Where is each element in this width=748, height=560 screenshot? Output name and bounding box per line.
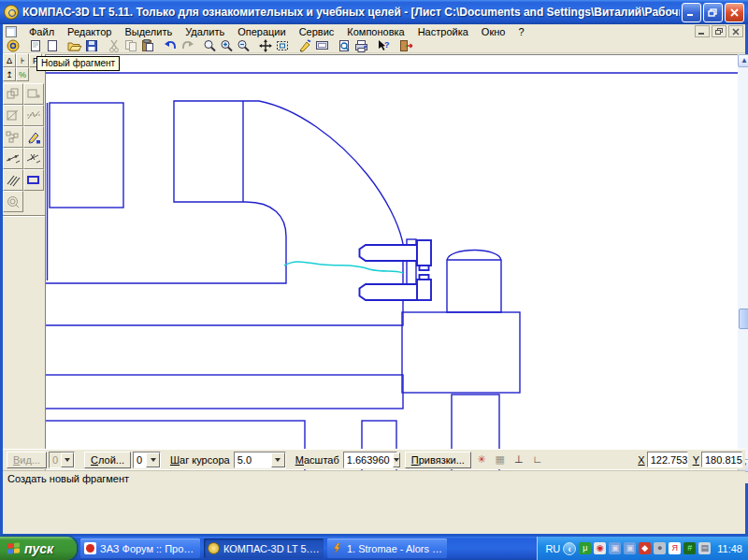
- tool-text-button[interactable]: [23, 126, 44, 148]
- network-tray-icon[interactable]: ▣: [609, 542, 621, 554]
- grid-toggle-button[interactable]: ▦: [492, 452, 509, 468]
- tool-line-cross-button[interactable]: [23, 148, 44, 169]
- part-left-block: [50, 103, 123, 208]
- print-icon: [354, 39, 368, 52]
- cursor-step-select[interactable]: 5.0: [234, 452, 286, 468]
- mdi-minimize-button[interactable]: [695, 25, 710, 37]
- help-pointer-button[interactable]: ?: [375, 38, 392, 52]
- menu-layout[interactable]: Компоновка: [340, 25, 410, 38]
- show-all-button[interactable]: [313, 38, 330, 52]
- torrent-tray-icon[interactable]: μ: [579, 542, 591, 554]
- copy-button[interactable]: [122, 38, 139, 52]
- zoom-button[interactable]: [201, 38, 218, 52]
- kompas-logo-button[interactable]: [5, 38, 22, 52]
- message-line: Создать новый фрагмент: [3, 470, 745, 485]
- menu-service[interactable]: Сервис: [293, 25, 341, 38]
- rect-plus-icon: [26, 87, 41, 101]
- punto-tray-icon[interactable]: Я: [669, 542, 681, 554]
- panel-switch-geometry-button[interactable]: Δ: [3, 53, 16, 67]
- tool-circle-button[interactable]: [3, 105, 23, 126]
- vertical-scrollbar[interactable]: ▲ ▼: [738, 54, 748, 472]
- tool-continuous-input-button[interactable]: [23, 169, 44, 191]
- language-indicator[interactable]: RU: [545, 543, 560, 554]
- tool-segment-button[interactable]: [23, 83, 44, 105]
- cut-button[interactable]: [106, 38, 122, 52]
- pan-button[interactable]: [257, 38, 274, 52]
- task-player-button[interactable]: 1. Stromae - Alors On...: [327, 538, 447, 558]
- scale-select[interactable]: 1.663960: [343, 452, 397, 468]
- zoom-area-button[interactable]: [274, 38, 291, 52]
- tool-spiral-button[interactable]: [3, 191, 23, 212]
- menu-help[interactable]: ?: [511, 25, 530, 38]
- local-cs-button[interactable]: ⊥: [511, 452, 527, 468]
- scroll-up-button[interactable]: ▲: [738, 54, 748, 67]
- square-diagonal-icon: [6, 108, 21, 122]
- ortho-button[interactable]: ∟: [529, 452, 546, 468]
- zoom-in-button[interactable]: [218, 38, 235, 52]
- close-button[interactable]: [725, 3, 744, 22]
- status-bar: Вид... 0 Слой... 0 Шаг курсора 5.0 Масшт…: [3, 449, 745, 469]
- open-button[interactable]: [66, 38, 83, 52]
- mdi-restore-button[interactable]: [712, 25, 726, 37]
- x-coordinate-field[interactable]: 122.753: [647, 452, 688, 467]
- tool-hatch-button[interactable]: [3, 169, 23, 191]
- menu-select[interactable]: Выделить: [118, 25, 179, 38]
- app-tray-icon[interactable]: ◉: [594, 542, 606, 554]
- menu-file[interactable]: Файл: [22, 25, 61, 38]
- paste-button[interactable]: [139, 38, 156, 52]
- menu-delete[interactable]: Удалить: [179, 25, 231, 38]
- menu-editor[interactable]: Редактор: [61, 25, 118, 38]
- exit-button[interactable]: [397, 38, 414, 52]
- lower-bolt-head: [417, 280, 431, 300]
- panel-switch-selection-button[interactable]: %: [16, 67, 29, 81]
- preview-button[interactable]: [336, 38, 352, 52]
- window-title: КОМПАС-3D LT 5.11. Только для ознакомите…: [22, 6, 680, 19]
- vertical-scroll-thumb[interactable]: [739, 309, 748, 329]
- new-sheet-button[interactable]: [27, 38, 44, 52]
- panel-switch-dimensions-button[interactable]: ⊦: [16, 53, 29, 67]
- volume-tray-icon[interactable]: ●: [654, 542, 666, 554]
- layer-select[interactable]: 0: [133, 452, 161, 468]
- menu-window[interactable]: Окно: [475, 25, 512, 38]
- network2-tray-icon[interactable]: ▣: [624, 542, 636, 554]
- printer-tray-icon[interactable]: ▤: [698, 542, 711, 554]
- clock[interactable]: 11:48: [717, 543, 742, 554]
- refresh-image-icon: [298, 39, 311, 52]
- task-kompas-button[interactable]: КОМПАС-3D LT 5.11....: [204, 538, 324, 558]
- undo-button[interactable]: [162, 38, 179, 52]
- restore-button[interactable]: [703, 3, 723, 22]
- line-cross-icon: [26, 151, 41, 165]
- snaps-button[interactable]: Привязки...: [405, 452, 471, 468]
- svg-text:?: ?: [384, 40, 390, 50]
- antivirus-tray-icon[interactable]: ◆: [639, 542, 651, 554]
- show-all-icon: [315, 39, 329, 51]
- menu-settings[interactable]: Настройка: [411, 25, 475, 38]
- start-button[interactable]: пуск: [0, 537, 77, 560]
- redo-button[interactable]: [179, 38, 195, 52]
- task-forum-button[interactable]: ЗАЗ Форум :: Просмо...: [80, 538, 200, 558]
- new-fragment-button[interactable]: [44, 38, 61, 52]
- print-button[interactable]: [352, 38, 369, 52]
- title-bar[interactable]: КОМПАС-3D LT 5.11. Только для ознакомите…: [0, 0, 748, 24]
- y-coordinate-field[interactable]: 180.815: [701, 452, 742, 467]
- tool-polyline-button[interactable]: [3, 126, 23, 148]
- mdi-close-button[interactable]: [728, 25, 743, 37]
- zoom-out-button[interactable]: [235, 38, 252, 52]
- tool-line-points-button[interactable]: [3, 148, 23, 169]
- view-button[interactable]: Вид...: [7, 452, 47, 468]
- messenger-tray-icon[interactable]: #: [683, 542, 696, 554]
- snap-toggle-button[interactable]: ✳: [473, 452, 490, 468]
- drawing-canvas[interactable]: [45, 54, 738, 472]
- tool-curve-button[interactable]: [23, 105, 44, 126]
- layer-button[interactable]: Слой...: [84, 452, 131, 468]
- view-select[interactable]: 0: [49, 452, 75, 468]
- minimize-button[interactable]: [682, 3, 701, 22]
- save-button[interactable]: [83, 38, 100, 52]
- tray-collapse-button[interactable]: ‹: [563, 542, 576, 555]
- menu-operations[interactable]: Операции: [231, 25, 292, 38]
- browser-icon: [84, 542, 96, 554]
- panel-switch-measure-button[interactable]: ↥: [3, 67, 16, 81]
- redo-icon: [180, 39, 194, 51]
- tool-point-button[interactable]: [3, 83, 23, 105]
- refresh-image-button[interactable]: [296, 38, 313, 52]
